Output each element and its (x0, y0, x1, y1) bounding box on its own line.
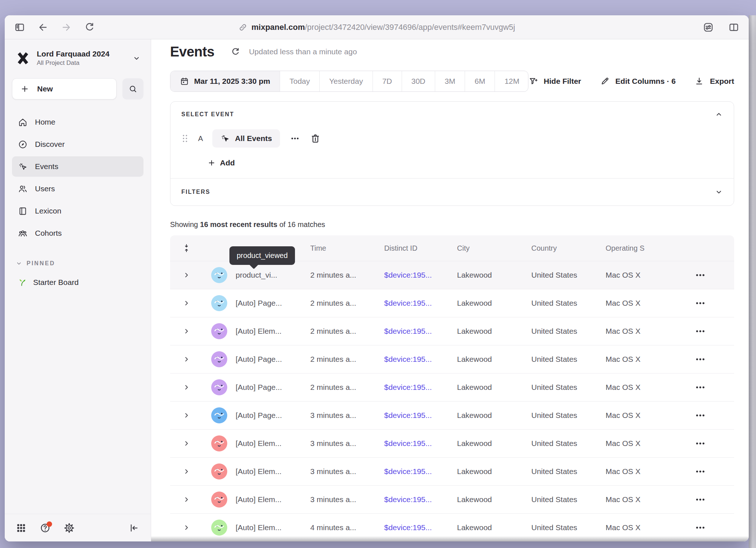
pinned-section-header[interactable]: PINNED (12, 260, 143, 267)
users-icon (18, 184, 28, 194)
col-header-time: Time (310, 244, 384, 253)
row-actions-icon[interactable] (695, 382, 706, 393)
row-actions-icon[interactable] (695, 438, 706, 449)
help-icon[interactable] (40, 522, 51, 533)
event-time: 2 minutes a... (310, 299, 384, 308)
row-actions-icon[interactable] (695, 326, 706, 337)
row-expand-icon[interactable] (182, 299, 190, 307)
sidebar-item-starter-board[interactable]: Starter Board (12, 278, 143, 287)
event-avatar-icon (211, 351, 227, 367)
forward-icon[interactable] (61, 22, 72, 33)
range-today[interactable]: Today (280, 71, 319, 91)
expand-section-icon[interactable] (715, 188, 723, 196)
sidebar-item-cohorts[interactable]: Cohorts (12, 223, 143, 243)
delete-event-icon[interactable] (310, 133, 321, 144)
split-view-icon[interactable] (728, 22, 739, 33)
chevron-down-icon (16, 260, 22, 267)
edit-columns-button[interactable]: Edit Columns · 6 (600, 77, 676, 86)
distinct-id-link[interactable]: $device:195... (384, 271, 457, 279)
table-row[interactable]: [Auto] Page... 2 minutes a... $device:19… (170, 345, 734, 373)
row-actions-icon[interactable] (695, 354, 706, 365)
table-row[interactable]: [Auto] Page... 2 minutes a... $device:19… (170, 373, 734, 401)
row-actions-icon[interactable] (695, 494, 706, 505)
row-expand-icon[interactable] (182, 439, 190, 447)
sidebar-item-lexicon[interactable]: Lexicon (12, 201, 143, 221)
table-row[interactable]: [Auto] Elem... 3 minutes a... $device:19… (170, 429, 734, 457)
range-3m[interactable]: 3M (435, 71, 465, 91)
sidebar-item-discover[interactable]: Discover (12, 134, 143, 154)
row-expand-icon[interactable] (182, 411, 190, 419)
sidebar-item-events[interactable]: Events (12, 156, 143, 177)
event-name: [Auto] Elem... (236, 523, 310, 532)
mixpanel-logo-icon (15, 50, 31, 66)
distinct-id-link[interactable]: $device:195... (384, 327, 457, 336)
collapse-rows-icon[interactable] (182, 243, 191, 253)
apps-grid-icon[interactable] (16, 522, 27, 533)
row-expand-icon[interactable] (182, 271, 190, 279)
row-actions-icon[interactable] (695, 270, 706, 281)
col-header-city: City (457, 244, 531, 253)
range-yesterday[interactable]: Yesterday (319, 71, 373, 91)
event-os: Mac OS X (606, 383, 678, 392)
row-actions-icon[interactable] (695, 466, 706, 477)
distinct-id-link[interactable]: $device:195... (384, 495, 457, 504)
row-expand-icon[interactable] (182, 355, 190, 363)
refresh-icon[interactable] (231, 47, 240, 57)
distinct-id-link[interactable]: $device:195... (384, 467, 457, 476)
distinct-id-link[interactable]: $device:195... (384, 355, 457, 364)
filters-section-header[interactable]: FILTERS (170, 179, 734, 206)
range-12m[interactable]: 12M (495, 71, 528, 91)
window-scrollbar-gutter[interactable] (749, 15, 756, 548)
event-selector-pill[interactable]: All Events (212, 129, 280, 148)
table-row[interactable]: [Auto] Elem... 3 minutes a... $device:19… (170, 457, 734, 485)
row-expand-icon[interactable] (182, 496, 190, 504)
row-expand-icon[interactable] (182, 383, 190, 391)
browser-sidebar-toggle-icon[interactable] (14, 22, 25, 33)
table-row[interactable]: [Auto] Page... 2 minutes a... $device:19… (170, 289, 734, 317)
row-expand-icon[interactable] (182, 524, 190, 532)
workspace-switcher[interactable]: Lord Farquaad 2024 All Project Data (12, 47, 143, 69)
add-event-button[interactable]: Add (208, 158, 723, 167)
sidebar-item-home[interactable]: Home (12, 112, 143, 132)
distinct-id-link[interactable]: $device:195... (384, 383, 457, 392)
distinct-id-link[interactable]: $device:195... (384, 439, 457, 448)
address-bar[interactable]: mixpanel.com/project/3472420/view/397469… (238, 15, 515, 39)
table-row[interactable]: [Auto] Elem... 3 minutes a... $device:19… (170, 485, 734, 513)
distinct-id-link[interactable]: $device:195... (384, 299, 457, 308)
new-button[interactable]: New (12, 78, 117, 99)
collapse-section-icon[interactable] (715, 110, 723, 118)
table-row[interactable]: product_vi... 2 minutes a... $device:195… (170, 261, 734, 289)
table-row[interactable]: [Auto] Elem... 2 minutes a... $device:19… (170, 317, 734, 345)
row-actions-icon[interactable] (695, 298, 706, 309)
sidebar-item-users[interactable]: Users (12, 179, 143, 199)
workspace-subtitle: All Project Data (37, 59, 127, 67)
drag-handle-icon[interactable] (181, 134, 189, 143)
reload-icon[interactable] (84, 22, 95, 33)
page-settings-icon[interactable] (703, 22, 714, 33)
event-options-icon[interactable] (290, 133, 300, 144)
row-actions-icon[interactable] (695, 410, 706, 421)
distinct-id-link[interactable]: $device:195... (384, 523, 457, 532)
date-picker-button[interactable]: Mar 11, 2025 3:30 pm (170, 71, 280, 91)
row-expand-icon[interactable] (182, 467, 190, 475)
export-button[interactable]: Export (694, 77, 734, 86)
table-row[interactable]: [Auto] Elem... 4 minutes a... $device:19… (170, 513, 734, 541)
event-cursor-icon (18, 162, 28, 172)
range-6m[interactable]: 6M (465, 71, 495, 91)
event-avatar-icon (211, 267, 227, 283)
search-button[interactable] (122, 78, 143, 99)
distinct-id-link[interactable]: $device:195... (384, 411, 457, 420)
hide-filter-button[interactable]: Hide Filter (528, 77, 581, 86)
row-actions-icon[interactable] (695, 522, 706, 533)
event-city: Lakewood (457, 355, 531, 364)
range-30d[interactable]: 30D (402, 71, 435, 91)
range-7d[interactable]: 7D (373, 71, 402, 91)
event-city: Lakewood (457, 467, 531, 476)
row-expand-icon[interactable] (182, 327, 190, 335)
gear-icon[interactable] (64, 522, 75, 533)
event-time: 2 minutes a... (310, 327, 384, 336)
table-row[interactable]: [Auto] Page... 3 minutes a... $device:19… (170, 401, 734, 429)
collapse-sidebar-icon[interactable] (129, 522, 140, 533)
sidebar-footer (5, 514, 151, 541)
back-icon[interactable] (38, 22, 48, 33)
